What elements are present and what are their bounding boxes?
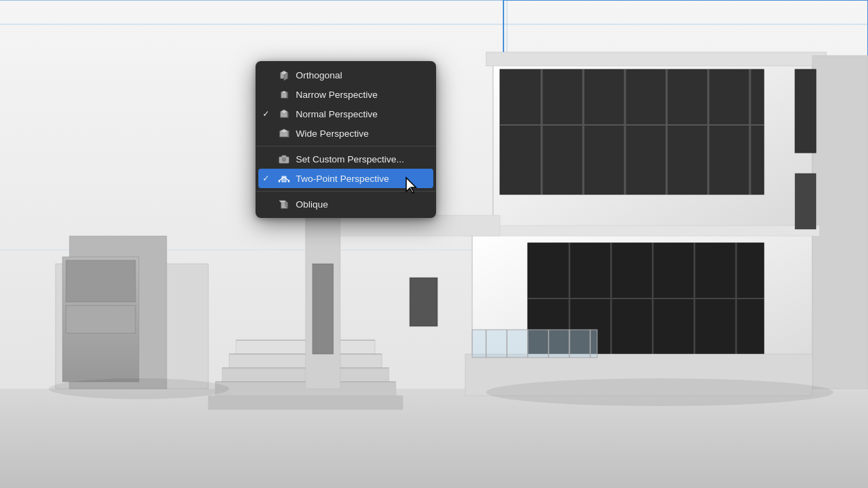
svg-rect-51 [795,69,816,153]
menu-item-orthogonal[interactable]: Orthogonal [256,65,436,85]
menu-item-custom-perspective[interactable]: Set Custom Perspective... [256,149,436,169]
svg-rect-32 [486,52,826,66]
svg-rect-41 [812,56,868,389]
svg-point-70 [283,158,286,162]
menu-label-two-point: Two-Point Perspective [296,174,428,184]
two-point-icon [278,172,290,185]
menu-label-orthogonal: Orthogonal [296,70,428,81]
menu-divider-1 [256,146,436,146]
svg-rect-74 [282,176,286,182]
menu-label-custom: Set Custom Perspective... [296,154,428,165]
menu-divider-2 [256,191,436,192]
check-normal: ✓ [262,109,272,119]
cube-flat-icon [278,69,290,81]
svg-point-56 [49,378,229,399]
menu-item-oblique[interactable]: Oblique [256,194,436,214]
svg-rect-16 [208,396,403,410]
check-orthogonal [262,70,272,80]
cube-normal-icon [278,108,290,120]
menu-item-wide-perspective[interactable]: Wide Perspective [256,124,436,143]
svg-rect-10 [66,260,135,302]
menu-label-oblique: Oblique [296,199,428,210]
svg-rect-71 [282,155,286,158]
svg-rect-11 [66,305,135,333]
check-two-point: ✓ [262,174,272,183]
cube-narrow-icon [278,88,290,101]
menu-label-normal: Normal Perspective [296,109,428,119]
svg-rect-44 [472,330,597,357]
check-narrow [262,90,272,99]
cube-wide-icon [278,127,290,140]
svg-rect-42 [465,226,819,236]
check-oblique [262,199,272,209]
menu-label-narrow: Narrow Perspective [296,90,428,100]
check-wide [262,128,272,138]
svg-marker-65 [287,112,288,118]
svg-rect-53 [410,278,437,326]
camera-icon [278,153,290,165]
svg-rect-24 [500,69,764,194]
menu-label-wide: Wide Perspective [296,128,428,139]
svg-rect-22 [312,264,333,354]
svg-marker-62 [287,92,287,98]
menu-item-two-point-perspective[interactable]: ✓ Two-Point Perspective [258,169,433,188]
svg-rect-54 [340,215,500,236]
menu-item-normal-perspective[interactable]: ✓ Normal Perspective [256,104,436,124]
svg-point-55 [486,378,833,406]
cube-oblique-icon [278,198,290,210]
svg-rect-52 [795,174,816,229]
svg-marker-68 [288,131,289,137]
check-custom [262,154,272,164]
perspective-dropdown: Orthogonal Narrow Perspective ✓ Normal P… [256,61,436,218]
menu-item-narrow-perspective[interactable]: Narrow Perspective [256,85,436,104]
